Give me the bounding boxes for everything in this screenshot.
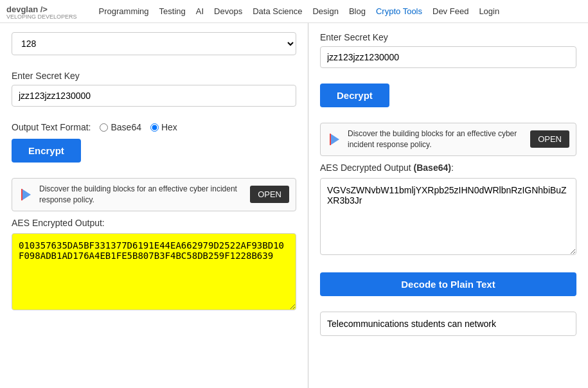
right-ad-banner: Discover the building blocks for an effe…: [320, 123, 576, 156]
right-secret-key-section: Enter Secret Key: [320, 32, 576, 77]
decrypted-output-label: AES Decrypted Output (Base64):: [320, 163, 576, 173]
decrypted-output-textarea[interactable]: VGVsZWNvbW11bmljYXRpb25zIHN0dWRlbnRzIGNh…: [320, 178, 576, 255]
encrypt-button[interactable]: Encrypt: [12, 139, 81, 163]
right-secret-key-input[interactable]: [320, 46, 576, 68]
navbar: devglan /> VELOPING DEVELOPERS Programmi…: [0, 0, 588, 23]
encrypted-output-section: AES Encrypted Output: 010357635DA5BF3313…: [12, 218, 296, 312]
right-secret-key-label: Enter Secret Key: [320, 32, 576, 42]
page: 128 192 256 Enter Secret Key Output Text…: [0, 23, 588, 388]
left-panel: 128 192 256 Enter Secret Key Output Text…: [0, 23, 308, 388]
bits-select[interactable]: 128 192 256: [12, 32, 296, 55]
left-ad-banner: Discover the building blocks for an effe…: [12, 178, 296, 211]
output-format-section: Output Text Format: Base64 Hex: [12, 122, 296, 132]
left-secret-key-label: Enter Secret Key: [12, 71, 296, 81]
left-ad-open-button[interactable]: OPEN: [250, 186, 289, 203]
nav-links: Programming Testing AI Devops Data Scien…: [99, 6, 582, 16]
nav-programming[interactable]: Programming: [99, 6, 149, 16]
decrypted-output-section: AES Decrypted Output (Base64): VGVsZWNvb…: [320, 163, 576, 266]
nav-tagline: VELOPING DEVELOPERS: [6, 14, 77, 20]
left-secret-key-input[interactable]: [12, 85, 296, 107]
left-ad-text: Discover the building blocks for an effe…: [39, 184, 245, 206]
nav-dev-feed[interactable]: Dev Feed: [432, 6, 468, 16]
format-hex-radio[interactable]: [150, 123, 159, 132]
nav-login[interactable]: Login: [479, 6, 499, 16]
left-secret-key-section: Enter Secret Key: [12, 71, 296, 116]
nav-blog[interactable]: Blog: [349, 6, 366, 16]
ad-icon-left: [19, 187, 34, 202]
decode-button-section: Decode to Plain Text: [320, 272, 576, 305]
nav-design[interactable]: Design: [312, 6, 338, 16]
nav-crypto-tools[interactable]: Crypto Tools: [376, 6, 422, 16]
decode-button[interactable]: Decode to Plain Text: [320, 272, 576, 296]
format-base64-radio[interactable]: [100, 123, 108, 132]
svg-marker-0: [22, 189, 31, 200]
format-base64-label[interactable]: Base64: [100, 122, 141, 132]
encrypted-output-textarea[interactable]: 010357635DA5BF331377D6191E44EA662979D252…: [12, 233, 296, 310]
encrypt-button-section: Encrypt: [12, 139, 296, 172]
nav-testing[interactable]: Testing: [159, 6, 186, 16]
right-ad-open-button[interactable]: OPEN: [530, 130, 569, 148]
nav-data-science[interactable]: Data Science: [253, 6, 302, 16]
ad-icon-right: [327, 132, 343, 147]
nav-ai[interactable]: AI: [196, 6, 204, 16]
svg-marker-2: [330, 134, 339, 145]
right-ad-text: Discover the building blocks for an effe…: [348, 128, 525, 150]
format-label: Output Text Format:: [12, 122, 91, 132]
nav-logo: devglan />: [6, 3, 85, 14]
bits-section: 128 192 256: [12, 32, 296, 64]
plain-text-input[interactable]: [320, 312, 576, 336]
format-hex-label[interactable]: Hex: [150, 122, 177, 132]
decrypt-button[interactable]: Decrypt: [320, 84, 389, 107]
plain-text-section: [320, 312, 576, 336]
encrypted-output-label: AES Encrypted Output:: [12, 218, 296, 228]
right-panel: Enter Secret Key Decrypt Discover the bu…: [308, 23, 588, 388]
decrypt-button-section: Decrypt: [320, 84, 576, 116]
nav-devops[interactable]: Devops: [214, 6, 242, 16]
